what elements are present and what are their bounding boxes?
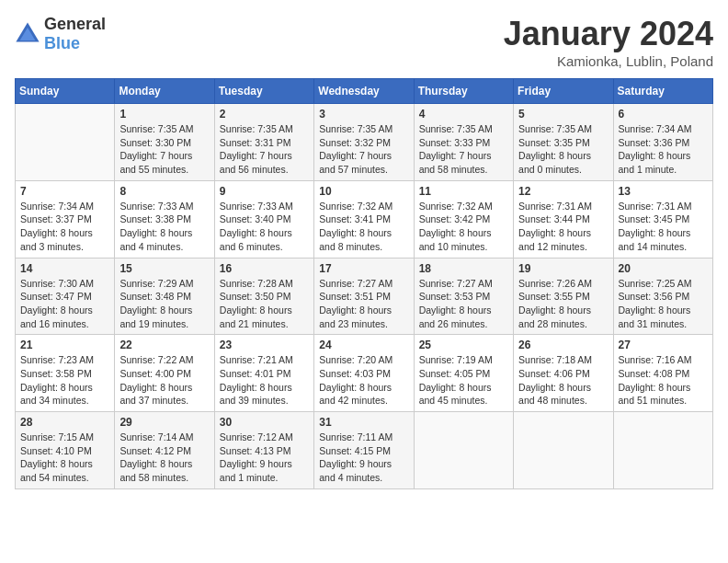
calendar-cell: 21Sunrise: 7:23 AM Sunset: 3:58 PM Dayli… [16,335,115,412]
cell-content: Sunrise: 7:35 AM Sunset: 3:32 PM Dayligh… [319,122,408,177]
column-header-monday: Monday [115,79,214,104]
column-header-thursday: Thursday [414,79,513,104]
cell-content: Sunrise: 7:30 AM Sunset: 3:47 PM Dayligh… [20,277,109,331]
logo-icon [15,21,40,47]
column-header-sunday: Sunday [16,79,115,104]
day-number: 4 [419,108,508,121]
day-number: 14 [20,262,109,275]
day-number: 6 [619,108,708,121]
day-number: 11 [419,185,508,198]
cell-content: Sunrise: 7:15 AM Sunset: 4:10 PM Dayligh… [20,431,109,485]
column-header-tuesday: Tuesday [214,79,313,104]
calendar-cell: 1Sunrise: 7:35 AM Sunset: 3:30 PM Daylig… [115,104,214,181]
calendar-cell: 7Sunrise: 7:34 AM Sunset: 3:37 PM Daylig… [16,180,115,258]
calendar-cell: 5Sunrise: 7:35 AM Sunset: 3:35 PM Daylig… [514,104,613,181]
location-title: Kamionka, Lublin, Poland [504,53,713,69]
day-number: 21 [20,339,109,351]
cell-content: Sunrise: 7:34 AM Sunset: 3:36 PM Dayligh… [619,122,708,177]
column-header-saturday: Saturday [613,79,712,104]
day-number: 25 [419,339,508,351]
cell-content: Sunrise: 7:35 AM Sunset: 3:31 PM Dayligh… [220,122,309,177]
calendar-cell: 15Sunrise: 7:29 AM Sunset: 3:48 PM Dayli… [115,258,214,335]
cell-content: Sunrise: 7:32 AM Sunset: 3:42 PM Dayligh… [419,200,508,254]
calendar-cell [414,412,513,489]
day-number: 12 [518,185,608,198]
day-number: 29 [119,416,209,429]
day-number: 27 [619,339,708,351]
day-number: 28 [20,416,109,429]
day-number: 20 [619,262,708,275]
cell-content: Sunrise: 7:26 AM Sunset: 3:55 PM Dayligh… [518,277,608,331]
cell-content: Sunrise: 7:19 AM Sunset: 4:05 PM Dayligh… [419,353,508,408]
day-number: 10 [319,185,408,198]
calendar-cell: 27Sunrise: 7:16 AM Sunset: 4:08 PM Dayli… [613,335,712,412]
logo-text-general: General [44,15,106,33]
calendar-cell [514,412,613,489]
cell-content: Sunrise: 7:16 AM Sunset: 4:08 PM Dayligh… [619,353,708,408]
logo: General Blue [15,15,106,53]
day-number: 18 [419,262,508,275]
calendar-week-row: 14Sunrise: 7:30 AM Sunset: 3:47 PM Dayli… [16,258,713,335]
cell-content: Sunrise: 7:21 AM Sunset: 4:01 PM Dayligh… [220,353,309,408]
cell-content: Sunrise: 7:14 AM Sunset: 4:12 PM Dayligh… [119,431,209,485]
calendar-cell: 2Sunrise: 7:35 AM Sunset: 3:31 PM Daylig… [214,104,313,181]
calendar-cell [16,104,115,181]
calendar-cell: 23Sunrise: 7:21 AM Sunset: 4:01 PM Dayli… [214,335,313,412]
page-header: General Blue January 2024 Kamionka, Lubl… [15,15,713,69]
day-number: 7 [20,185,109,198]
day-number: 16 [220,262,309,275]
calendar-header-row: SundayMondayTuesdayWednesdayThursdayFrid… [16,79,713,104]
day-number: 17 [319,262,408,275]
calendar-cell: 18Sunrise: 7:27 AM Sunset: 3:53 PM Dayli… [414,258,513,335]
cell-content: Sunrise: 7:28 AM Sunset: 3:50 PM Dayligh… [220,277,309,331]
calendar-cell: 17Sunrise: 7:27 AM Sunset: 3:51 PM Dayli… [314,258,414,335]
calendar-table: SundayMondayTuesdayWednesdayThursdayFrid… [15,78,713,489]
calendar-body: 1Sunrise: 7:35 AM Sunset: 3:30 PM Daylig… [16,104,713,489]
calendar-cell: 12Sunrise: 7:31 AM Sunset: 3:44 PM Dayli… [514,180,613,258]
day-number: 24 [319,339,408,351]
day-number: 13 [619,185,708,198]
day-number: 30 [220,416,309,429]
cell-content: Sunrise: 7:20 AM Sunset: 4:03 PM Dayligh… [319,353,408,408]
column-header-friday: Friday [514,79,613,104]
cell-content: Sunrise: 7:31 AM Sunset: 3:45 PM Dayligh… [619,200,708,254]
calendar-cell: 4Sunrise: 7:35 AM Sunset: 3:33 PM Daylig… [414,104,513,181]
day-number: 15 [119,262,209,275]
calendar-cell: 22Sunrise: 7:22 AM Sunset: 4:00 PM Dayli… [115,335,214,412]
calendar-cell: 20Sunrise: 7:25 AM Sunset: 3:56 PM Dayli… [613,258,712,335]
day-number: 22 [119,339,209,351]
calendar-cell: 13Sunrise: 7:31 AM Sunset: 3:45 PM Dayli… [613,180,712,258]
calendar-cell: 24Sunrise: 7:20 AM Sunset: 4:03 PM Dayli… [314,335,414,412]
calendar-cell [613,412,712,489]
day-number: 9 [220,185,309,198]
cell-content: Sunrise: 7:29 AM Sunset: 3:48 PM Dayligh… [119,277,209,331]
calendar-cell: 11Sunrise: 7:32 AM Sunset: 3:42 PM Dayli… [414,180,513,258]
calendar-cell: 26Sunrise: 7:18 AM Sunset: 4:06 PM Dayli… [514,335,613,412]
cell-content: Sunrise: 7:31 AM Sunset: 3:44 PM Dayligh… [518,200,608,254]
day-number: 23 [220,339,309,351]
cell-content: Sunrise: 7:35 AM Sunset: 3:33 PM Dayligh… [419,122,508,177]
calendar-cell: 16Sunrise: 7:28 AM Sunset: 3:50 PM Dayli… [214,258,313,335]
day-number: 19 [518,262,608,275]
calendar-cell: 8Sunrise: 7:33 AM Sunset: 3:38 PM Daylig… [115,180,214,258]
cell-content: Sunrise: 7:18 AM Sunset: 4:06 PM Dayligh… [518,353,608,408]
day-number: 2 [220,108,309,121]
calendar-week-row: 1Sunrise: 7:35 AM Sunset: 3:30 PM Daylig… [16,104,713,181]
day-number: 3 [319,108,408,121]
cell-content: Sunrise: 7:27 AM Sunset: 3:53 PM Dayligh… [419,277,508,331]
cell-content: Sunrise: 7:23 AM Sunset: 3:58 PM Dayligh… [20,353,109,408]
calendar-week-row: 21Sunrise: 7:23 AM Sunset: 3:58 PM Dayli… [16,335,713,412]
calendar-cell: 30Sunrise: 7:12 AM Sunset: 4:13 PM Dayli… [214,412,313,489]
cell-content: Sunrise: 7:34 AM Sunset: 3:37 PM Dayligh… [20,200,109,254]
day-number: 8 [119,185,209,198]
logo-text-blue: Blue [44,34,80,52]
cell-content: Sunrise: 7:22 AM Sunset: 4:00 PM Dayligh… [119,353,209,408]
calendar-cell: 3Sunrise: 7:35 AM Sunset: 3:32 PM Daylig… [314,104,414,181]
cell-content: Sunrise: 7:35 AM Sunset: 3:30 PM Dayligh… [119,122,209,177]
calendar-cell: 19Sunrise: 7:26 AM Sunset: 3:55 PM Dayli… [514,258,613,335]
day-number: 26 [518,339,608,351]
calendar-cell: 31Sunrise: 7:11 AM Sunset: 4:15 PM Dayli… [314,412,414,489]
calendar-cell: 28Sunrise: 7:15 AM Sunset: 4:10 PM Dayli… [16,412,115,489]
day-number: 31 [319,416,408,429]
cell-content: Sunrise: 7:11 AM Sunset: 4:15 PM Dayligh… [319,431,408,485]
